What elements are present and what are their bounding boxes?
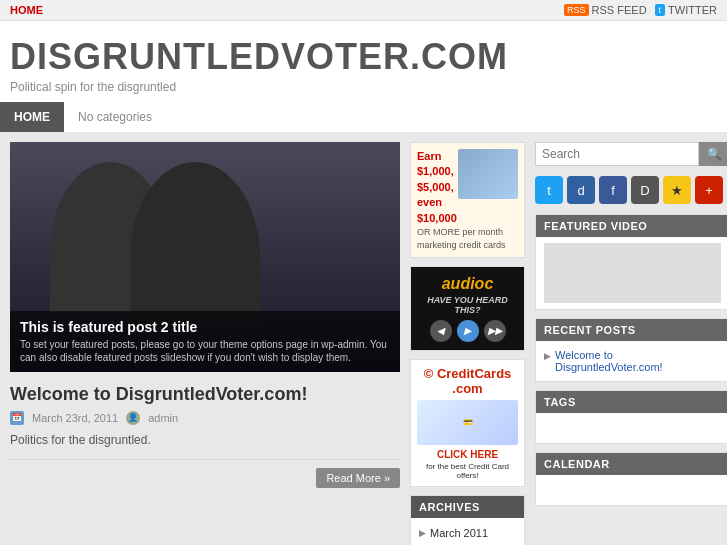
rss-label: RSS FEED — [592, 4, 647, 16]
read-more-area: Read More » — [10, 459, 400, 488]
creditcards-ad: © CreditCards .com 💳 CLICK HERE for the … — [410, 359, 525, 487]
search-input[interactable] — [535, 142, 699, 166]
top-bar: HOME RSS RSS FEED t TWITTER — [0, 0, 727, 21]
cc-logo: © CreditCards .com — [417, 366, 518, 396]
home-top-link[interactable]: HOME — [10, 4, 43, 16]
slider-caption: This is featured post 2 title To set you… — [10, 311, 400, 372]
play-prev-btn[interactable]: ◀ — [430, 320, 452, 342]
earn-line4: marketing credit cards — [417, 239, 518, 252]
audioc-brand: audioc — [417, 275, 518, 293]
nav-home-link[interactable]: HOME — [0, 102, 64, 132]
site-tagline: Political spin for the disgruntled — [10, 80, 717, 94]
twitter-label: TWITTER — [668, 4, 717, 16]
post-meta: 📅 March 23rd, 2011 👤 admin — [10, 411, 400, 425]
user-icon: 👤 — [126, 411, 140, 425]
twitter-link[interactable]: t TWITTER — [655, 4, 717, 16]
middle-column: Earn $1,000, $5,000, even $10,000 OR MOR… — [410, 142, 525, 545]
tags-body — [536, 413, 727, 443]
featured-video-widget: FEATURED VIDEO — [535, 214, 727, 310]
rss-icon: RSS — [564, 4, 589, 16]
cc-image: 💳 — [417, 400, 518, 445]
tri-icon: ▶ — [419, 528, 426, 538]
post-author: admin — [148, 412, 178, 424]
recent-posts-widget: RECENT POSTS ▶ Welcome to DisgruntledVot… — [535, 318, 727, 382]
list-item: ▶ Welcome to DisgruntledVoter.com! — [544, 347, 721, 375]
rss-feed-link[interactable]: RSS RSS FEED — [564, 4, 647, 16]
post-date: March 23rd, 2011 — [32, 412, 118, 424]
delicious-social-icon[interactable]: d — [567, 176, 595, 204]
earn-ad: Earn $1,000, $5,000, even $10,000 OR MOR… — [410, 142, 525, 258]
cc-dot: .com — [452, 381, 482, 396]
archives-header: ARCHIVES — [411, 496, 524, 518]
star-social-icon[interactable]: ★ — [663, 176, 691, 204]
post-title: Welcome to DisgruntledVoter.com! — [10, 384, 400, 405]
featured-video-header: FEATURED VIDEO — [536, 215, 727, 237]
search-box: 🔍 — [535, 142, 727, 166]
calendar-widget: CALENDAR — [535, 452, 727, 506]
calendar-icon: 📅 — [10, 411, 24, 425]
read-more-button[interactable]: Read More » — [316, 468, 400, 488]
archives-body: ▶ March 2011 — [411, 518, 524, 545]
twitter-icon: t — [655, 4, 666, 16]
recent-posts-header: RECENT POSTS — [536, 319, 727, 341]
calendar-body — [536, 475, 727, 505]
list-item: ▶ March 2011 — [419, 524, 516, 542]
cc-sub: for the best Credit Card offers! — [417, 462, 518, 480]
twitter-social-icon[interactable]: t — [535, 176, 563, 204]
earn-line3: OR MORE per month — [417, 226, 518, 239]
recent-posts-body: ▶ Welcome to DisgruntledVoter.com! — [536, 341, 727, 381]
cc-cta: CLICK HERE — [417, 449, 518, 460]
archives-widget: ARCHIVES ▶ March 2011 — [410, 495, 525, 545]
top-right-links: RSS RSS FEED t TWITTER — [564, 4, 717, 16]
calendar-header: CALENDAR — [536, 453, 727, 475]
video-area — [544, 243, 721, 303]
featured-video-body — [536, 237, 727, 309]
tri-icon: ▶ — [544, 351, 551, 361]
recent-post-1[interactable]: Welcome to DisgruntledVoter.com! — [555, 349, 721, 373]
play-main-btn[interactable]: ▶ — [457, 320, 479, 342]
archive-march[interactable]: March 2011 — [430, 527, 488, 539]
cc-brand: CreditCards — [437, 366, 511, 381]
site-header: DISGRUNTLEDVOTER.COM Political spin for … — [0, 21, 727, 102]
slider-title: This is featured post 2 title — [20, 319, 390, 335]
plus-social-icon[interactable]: + — [695, 176, 723, 204]
main-content-area: This is featured post 2 title To set you… — [0, 132, 727, 545]
audioc-ad: audioc HAVE YOU HEARD THIS? ◀ ▶ ▶▶ — [410, 266, 525, 351]
tags-widget: TAGS — [535, 390, 727, 444]
cc-c-icon: © — [424, 366, 434, 381]
facebook-social-icon[interactable]: f — [599, 176, 627, 204]
post-content: Politics for the disgruntled. — [10, 431, 400, 449]
play-controls: ◀ ▶ ▶▶ — [417, 320, 518, 342]
featured-slider: This is featured post 2 title To set you… — [10, 142, 400, 372]
social-icons-row: t d f D ★ + — [535, 176, 727, 204]
site-title: DISGRUNTLEDVOTER.COM — [10, 36, 717, 78]
play-next-btn[interactable]: ▶▶ — [484, 320, 506, 342]
slider-text: To set your featured posts, please go to… — [20, 338, 390, 364]
search-button[interactable]: 🔍 — [699, 142, 727, 166]
digg-social-icon[interactable]: D — [631, 176, 659, 204]
earn-line2: even $10,000 — [417, 195, 518, 226]
tags-header: TAGS — [536, 391, 727, 413]
nav-categories: No categories — [64, 102, 727, 132]
right-sidebar: 🔍 t d f D ★ + FEATURED VIDEO RECENT POST… — [535, 142, 727, 545]
main-content: This is featured post 2 title To set you… — [10, 142, 400, 545]
main-nav: HOME No categories — [0, 102, 727, 132]
audioc-sub: HAVE YOU HEARD THIS? — [417, 295, 518, 315]
earn-ad-image — [458, 149, 518, 199]
